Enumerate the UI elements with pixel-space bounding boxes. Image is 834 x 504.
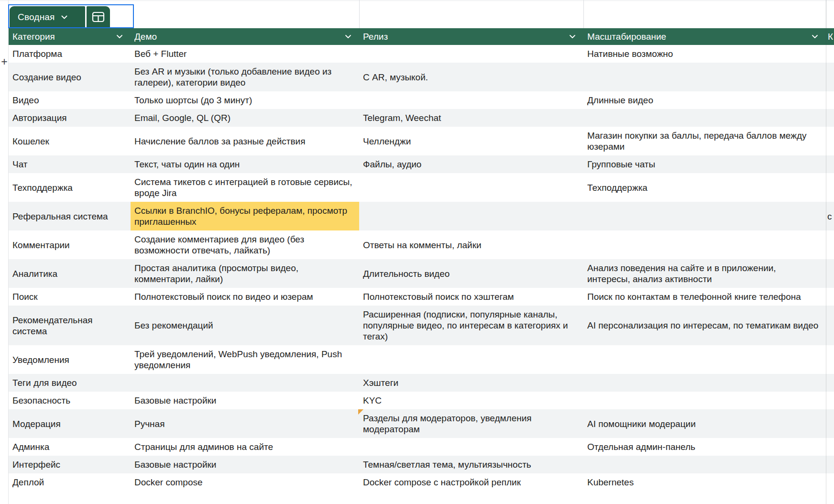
cell-category[interactable]: Авторизация (9, 109, 131, 127)
cell-release[interactable]: Расширенная (подписки, популярные каналы… (359, 306, 583, 345)
cell-extra[interactable] (826, 392, 834, 409)
cell-extra[interactable] (826, 155, 834, 173)
cell-scaling[interactable] (583, 374, 826, 392)
cell-extra[interactable] (826, 173, 834, 202)
chevron-down-icon[interactable] (116, 34, 123, 39)
cell-scaling[interactable]: AI персонализация по интересам, по темат… (583, 306, 826, 345)
cell-category[interactable]: Теги для видео (9, 374, 131, 392)
cell-extra[interactable] (826, 127, 834, 155)
cell-scaling[interactable]: Нативные возможно (583, 45, 826, 63)
table-grid-button[interactable] (87, 6, 110, 28)
cell-demo[interactable]: Текст, чаты один на один (131, 155, 359, 173)
cell-demo[interactable]: Docker compose (131, 473, 359, 491)
cell-category[interactable]: Поиск (9, 288, 131, 306)
cell-category[interactable]: Админка (9, 438, 131, 456)
cell-extra[interactable] (826, 438, 834, 456)
cell-demo[interactable]: Полнотекстовый поиск по видео и юзерам (131, 288, 359, 306)
cell-category[interactable]: Аналитика (9, 259, 131, 288)
cell-release[interactable]: С AR, музыкой. (359, 63, 583, 91)
cell-demo[interactable]: Система тикетов с интеграцией в готовые … (131, 173, 359, 202)
cell-category[interactable]: Платформа (9, 45, 131, 63)
cell-demo[interactable]: Простая аналитика (просмотры видео, комм… (131, 259, 359, 288)
column-header-scaling[interactable]: Масштабирование (583, 28, 826, 45)
cell-scaling[interactable] (583, 109, 826, 127)
cell-demo[interactable]: Страницы для админов на сайте (131, 438, 359, 456)
cell-release[interactable] (359, 202, 583, 230)
cell-extra[interactable] (826, 63, 834, 91)
column-header-demo[interactable]: Демо (131, 28, 359, 45)
cell-extra[interactable] (826, 45, 834, 63)
cell-extra[interactable] (826, 409, 834, 438)
cell-category[interactable]: Реферальная система (9, 202, 131, 230)
cell-category[interactable]: Безопасность (9, 392, 131, 409)
cell-category[interactable]: Модерация (9, 409, 131, 438)
cell-scaling[interactable]: Групповые чаты (583, 155, 826, 173)
cell-demo[interactable]: Создание комментариев для видео (без воз… (131, 230, 359, 259)
cell-category[interactable]: Интерфейс (9, 456, 131, 473)
cell-release-with-note[interactable]: Разделы для модераторов, уведмления моде… (359, 409, 583, 438)
cell-category[interactable]: Уведомления (9, 345, 131, 374)
cell-release[interactable] (359, 91, 583, 109)
cell-scaling[interactable] (583, 202, 826, 230)
cell-demo[interactable]: Email, Google, QL (QR) (131, 109, 359, 127)
cell-extra[interactable]: с (826, 202, 834, 230)
cell-demo[interactable]: Веб + Flutter (131, 45, 359, 63)
cell-category[interactable]: Рекомендательная система (9, 306, 131, 345)
cell-extra[interactable] (826, 230, 834, 259)
cell-demo[interactable]: Без рекомендаций (131, 306, 359, 345)
cell-scaling[interactable]: Техподдержка (583, 173, 826, 202)
cell-scaling[interactable] (583, 63, 826, 91)
cell-extra[interactable] (826, 306, 834, 345)
cell-release[interactable]: Темная/светлая тема, мультиязычность (359, 456, 583, 473)
cell-release[interactable] (359, 173, 583, 202)
cell-release[interactable] (359, 438, 583, 456)
cell-scaling[interactable] (583, 230, 826, 259)
column-header-extra[interactable]: К (826, 28, 834, 45)
cell-scaling[interactable]: Магазин покупки за баллы, передача балло… (583, 127, 826, 155)
chevron-down-icon[interactable] (61, 15, 68, 20)
cell-demo[interactable] (131, 374, 359, 392)
cell-extra[interactable] (826, 473, 834, 491)
cell-demo[interactable]: Только шортсы (до 3 минут) (131, 91, 359, 109)
cell-release[interactable]: Ответы на комменты, лайки (359, 230, 583, 259)
cell-scaling[interactable] (583, 392, 826, 409)
cell-release[interactable]: Файлы, аудио (359, 155, 583, 173)
cell-demo-highlighted[interactable]: Ссылки в BranchIO, бонусы рефералам, про… (131, 202, 359, 230)
chevron-down-icon[interactable] (345, 34, 351, 39)
add-button[interactable]: + (0, 55, 9, 68)
cell-category[interactable]: Видео (9, 91, 131, 109)
cell-release[interactable]: KYC (359, 392, 583, 409)
cell-extra[interactable] (826, 259, 834, 288)
cell-demo[interactable]: Базовые настройки (131, 392, 359, 409)
cell-category[interactable]: Чат (9, 155, 131, 173)
cell-extra[interactable] (826, 456, 834, 473)
cell-category[interactable]: Создание видео (9, 63, 131, 91)
cell-release[interactable]: Челленджи (359, 127, 583, 155)
cell-demo[interactable]: Начисление баллов за разные действия (131, 127, 359, 155)
cell-category[interactable]: Техподдержка (9, 173, 131, 202)
column-header-release[interactable]: Релиз (359, 28, 583, 45)
cell-category[interactable]: Кошелек (9, 127, 131, 155)
cell-demo[interactable]: Трей уведомлений, WebPush уведомления, P… (131, 345, 359, 374)
chevron-down-icon[interactable] (812, 34, 818, 39)
cell-release[interactable]: Полнотекстовый поиск по хэштегам (359, 288, 583, 306)
cell-scaling[interactable] (583, 345, 826, 374)
cell-release[interactable] (359, 45, 583, 63)
cell-scaling[interactable]: Длинные видео (583, 91, 826, 109)
cell-release[interactable]: Docker compose с настройкой реплик (359, 473, 583, 491)
cell-release[interactable]: Telegram, Weechat (359, 109, 583, 127)
cell-category[interactable]: Деплой (9, 473, 131, 491)
cell-demo[interactable]: Ручная (131, 409, 359, 438)
cell-scaling[interactable]: Анализ поведения на сайте и в приложении… (583, 259, 826, 288)
cell-scaling[interactable]: Отдельная админ-панель (583, 438, 826, 456)
table-name-tab[interactable]: Сводная (10, 6, 85, 28)
cell-demo[interactable]: Базовые настройки (131, 456, 359, 473)
cell-release[interactable] (359, 345, 583, 374)
cell-release[interactable]: Длительность видео (359, 259, 583, 288)
cell-demo[interactable]: Без AR и музыки (только добавление видео… (131, 63, 359, 91)
cell-scaling[interactable]: AI помощники модерации (583, 409, 826, 438)
column-header-category[interactable]: Категория (9, 28, 131, 45)
cell-scaling[interactable]: Kubernetes (583, 473, 826, 491)
cell-release[interactable]: Хэштеги (359, 374, 583, 392)
cell-extra[interactable] (826, 345, 834, 374)
